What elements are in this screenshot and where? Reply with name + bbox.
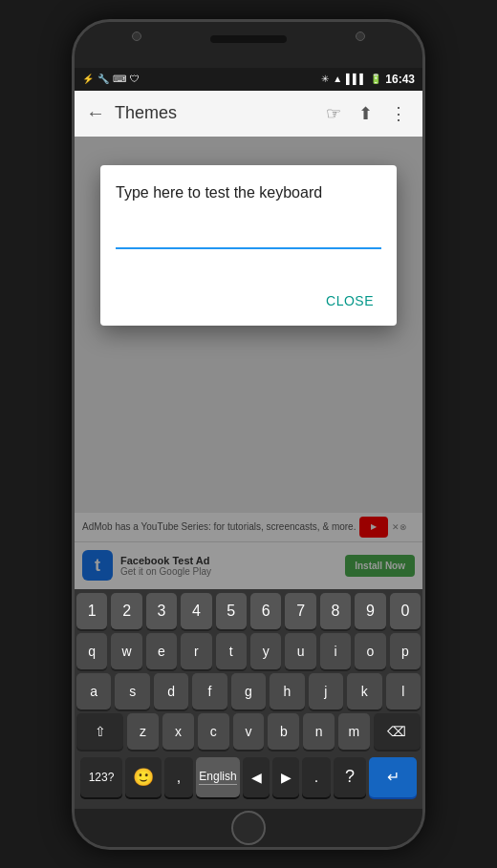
keyboard-icon: ⌨ [113, 74, 126, 84]
key-4[interactable]: 4 [181, 593, 211, 629]
backspace-key[interactable]: ⌫ [374, 713, 421, 750]
signal-icon: ▌▌▌ [346, 74, 366, 84]
key-comma[interactable]: , [164, 757, 193, 797]
key-3[interactable]: 3 [146, 593, 177, 629]
battery-icon: 🔋 [370, 74, 381, 84]
key-6[interactable]: 6 [250, 593, 281, 629]
key-r[interactable]: r [181, 633, 211, 669]
key-h[interactable]: h [270, 673, 304, 709]
shield-icon: 🛡 [130, 74, 140, 84]
qwerty-row: q w e r t y u i o p [76, 633, 421, 669]
key-7[interactable]: 7 [285, 593, 315, 629]
front-camera-right [356, 32, 365, 41]
share-icon[interactable]: ⬆ [355, 99, 377, 128]
key-123-label: 123? [89, 771, 115, 784]
question-label: ? [345, 767, 355, 787]
key-2[interactable]: 2 [111, 593, 141, 629]
emoji-icon: 🙂 [133, 767, 154, 788]
app-toolbar: ← Themes ☞ ⬆ ⋮ [75, 91, 422, 137]
status-time: 16:43 [385, 73, 415, 86]
spacebar-underline [199, 784, 237, 785]
key-e[interactable]: e [146, 633, 177, 669]
key-o[interactable]: o [355, 633, 385, 669]
key-l[interactable]: l [386, 673, 421, 709]
keyboard-test-input[interactable] [116, 215, 381, 249]
more-options-icon[interactable]: ⋮ [386, 99, 411, 128]
key-a[interactable]: a [76, 673, 111, 709]
modal-actions: CLOSE [100, 280, 397, 326]
key-j[interactable]: j [309, 673, 343, 709]
spacebar-label: English [199, 770, 236, 783]
period-label: . [314, 769, 318, 786]
usb-icon: ⚡ [82, 74, 94, 84]
front-camera-left [132, 32, 141, 41]
keyboard: 1 2 3 4 5 6 7 8 9 0 q w e r t y u i [75, 589, 422, 809]
key-question[interactable]: ? [334, 757, 366, 797]
app-content: AdMob has a YouTube Series: for tutorial… [75, 137, 422, 589]
key-d[interactable]: d [154, 673, 188, 709]
key-u[interactable]: u [285, 633, 315, 669]
key-period[interactable]: . [302, 757, 331, 797]
key-5[interactable]: 5 [216, 593, 247, 629]
zxcv-row: ⇧ z x c v b n m ⌫ [76, 713, 421, 750]
phone-bottom-bar [75, 809, 422, 847]
enter-icon: ↵ [387, 768, 400, 786]
key-i[interactable]: i [320, 633, 351, 669]
key-s[interactable]: s [115, 673, 149, 709]
key-t[interactable]: t [216, 633, 247, 669]
key-emoji[interactable]: 🙂 [125, 757, 162, 797]
screen: ⚡ 🔧 ⌨ 🛡 ✳ ▲ ▌▌▌ 🔋 16:43 ← Themes ☞ ⬆ ⋮ [75, 68, 422, 809]
key-c[interactable]: c [198, 713, 229, 750]
wrench-icon: 🔧 [97, 74, 109, 84]
modal-spacer [116, 249, 381, 268]
key-9[interactable]: 9 [355, 593, 385, 629]
comma-label: , [177, 769, 181, 786]
key-g[interactable]: g [231, 673, 266, 709]
asdf-row: a s d f g h j k l [76, 673, 421, 709]
hand-icon[interactable]: ☞ [322, 99, 345, 128]
back-button[interactable]: ← [86, 102, 105, 124]
status-bar: ⚡ 🔧 ⌨ 🛡 ✳ ▲ ▌▌▌ 🔋 16:43 [75, 68, 422, 91]
number-row: 1 2 3 4 5 6 7 8 9 0 [76, 593, 421, 629]
key-b[interactable]: b [268, 713, 299, 750]
modal-body: Type here to test the keyboard [100, 165, 397, 280]
key-x[interactable]: x [162, 713, 194, 750]
phone-speaker [210, 35, 287, 43]
key-8[interactable]: 8 [320, 593, 351, 629]
enter-key[interactable]: ↵ [369, 757, 417, 797]
key-p[interactable]: p [390, 633, 421, 669]
status-left-icons: ⚡ 🔧 ⌨ 🛡 [82, 74, 140, 84]
key-f[interactable]: f [192, 673, 227, 709]
shift-key[interactable]: ⇧ [76, 713, 123, 750]
modal-title: Type here to test the keyboard [116, 184, 381, 201]
left-arrow-key[interactable]: ◀ [243, 757, 270, 797]
key-y[interactable]: y [250, 633, 281, 669]
wifi-icon: ▲ [333, 74, 342, 84]
arrow-keys: ◀ ▶ [243, 757, 299, 797]
keyboard-bottom-bar: 123? 🙂 , English ◀ ▶ . [76, 753, 421, 805]
key-0[interactable]: 0 [390, 593, 421, 629]
phone-top-bar [75, 22, 422, 68]
modal-overlay: Type here to test the keyboard CLOSE [75, 137, 422, 589]
key-q[interactable]: q [76, 633, 107, 669]
key-w[interactable]: w [111, 633, 141, 669]
key-k[interactable]: k [347, 673, 381, 709]
key-z[interactable]: z [127, 713, 159, 750]
bluetooth-icon: ✳ [321, 74, 329, 84]
key-n[interactable]: n [303, 713, 335, 750]
right-arrow-key[interactable]: ▶ [272, 757, 299, 797]
spacebar[interactable]: English [196, 757, 240, 797]
key-v[interactable]: v [233, 713, 265, 750]
status-right-icons: ✳ ▲ ▌▌▌ 🔋 16:43 [321, 73, 415, 86]
modal-close-button[interactable]: CLOSE [318, 287, 381, 314]
key-m[interactable]: m [338, 713, 370, 750]
key-123[interactable]: 123? [80, 757, 122, 797]
key-1[interactable]: 1 [76, 593, 107, 629]
modal-dialog: Type here to test the keyboard CLOSE [100, 165, 397, 326]
page-title: Themes [115, 103, 313, 123]
home-button[interactable] [231, 811, 266, 845]
